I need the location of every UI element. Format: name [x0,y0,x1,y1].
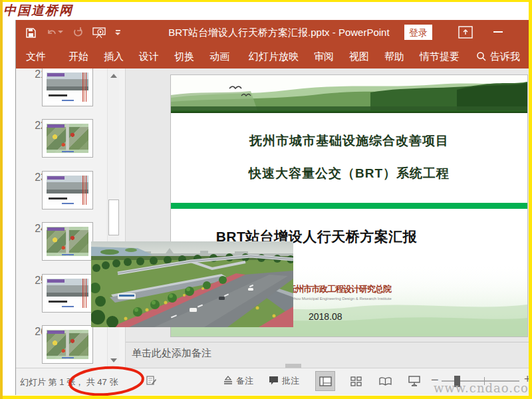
notes-toggle-label: 备注 [236,375,253,387]
tab-home[interactable]: 开始 [68,51,88,63]
slide-counter-total: 共 47 张 [86,377,118,387]
document-title: BRT站台增设人行天桥方案汇报.pptx - PowerPoint [154,27,404,39]
slide-thumbnail-23: 23 [16,171,109,209]
site-watermark-top: 中国道桥网 [3,2,73,19]
slide-project-title-line2[interactable]: 快速大容量公交（BRT）系统工程 [171,165,527,182]
tab-slide-show[interactable]: 幻灯片放映 [249,51,299,63]
thumbnail-image[interactable] [42,119,93,158]
notes-placeholder[interactable]: 单击此处添加备注 [132,347,211,360]
start-slideshow-icon[interactable] [92,27,106,39]
redo-icon[interactable] [72,27,83,38]
page-frame-left [0,0,3,399]
site-watermark-bottom: www.cndao.com [434,381,532,395]
tab-design[interactable]: 设计 [139,51,159,63]
quick-access-toolbar [25,25,120,41]
institute-name-cn: 抚州市市政工程设计研究总院 [287,283,392,295]
tab-review[interactable]: 审阅 [314,51,334,63]
thumbnail-image[interactable] [42,222,93,261]
brt-station-rendering-image[interactable] [91,241,293,327]
tab-animations[interactable]: 动画 [209,51,229,63]
slide-thumbnail-22: 22 [16,119,109,157]
slideshow-view-icon [408,376,420,386]
slide-counter[interactable]: 幻灯片 第 1 张， 共 47 张 [20,376,118,388]
slide-date[interactable]: 2018.08 [309,311,342,322]
notes-toggle-button[interactable]: 备注 [223,375,253,387]
slideshow-view-button[interactable] [404,371,424,391]
page-frame-top [0,0,532,2]
powerpoint-window: BRT站台增设人行天桥方案汇报.pptx - PowerPoint 登录 文件 … [15,20,529,395]
page-frame-bottom [0,396,532,399]
comments-toggle-label: 批注 [282,375,299,387]
scrollbar-thumb[interactable] [108,200,119,235]
slide-sorter-icon [350,376,362,386]
slide-sorter-view-button[interactable] [346,371,366,391]
normal-view-button[interactable] [315,371,335,391]
notes-icon [223,376,233,386]
banner-divider [171,110,527,113]
undo-button[interactable] [46,28,63,38]
login-button[interactable]: 登录 [404,25,432,40]
tab-insert[interactable]: 插入 [104,51,124,63]
ribbon-tab-bar: 文件 开始 插入 设计 切换 动画 幻灯片放映 审阅 视图 帮助 情节提要 告诉… [16,45,529,68]
tab-storyboarding[interactable]: 情节提要 [420,51,460,63]
slide-green-bar [171,203,527,209]
slide-thumbnail-21: 21 [16,68,109,106]
customize-qat-dropdown-icon[interactable] [115,30,120,35]
thumbnail-image[interactable] [42,171,93,209]
slide-banner-mountains [171,75,527,110]
scroll-up-icon[interactable] [108,70,118,82]
reading-view-icon [379,376,392,386]
ribbon-display-options-icon[interactable] [458,26,473,39]
tab-help[interactable]: 帮助 [384,51,404,63]
comments-toggle-button[interactable]: 批注 [269,375,299,387]
tab-file[interactable]: 文件 [26,51,46,63]
undo-dropdown-icon[interactable] [58,31,63,33]
thumbnail-image[interactable] [42,68,93,106]
save-icon[interactable] [25,27,37,39]
normal-view-icon [319,376,332,386]
slide-project-title-line1[interactable]: 抚州市城市基础设施综合改善项目 [171,132,527,150]
institute-signature[interactable]: 抚州市市政工程设计研究总院 Fuzhou Municipal Engineeri… [287,283,392,301]
search-icon [476,51,486,63]
page-frame-right [529,0,532,399]
tab-view[interactable]: 视图 [349,51,369,63]
title-bar: BRT站台增设人行天桥方案汇报.pptx - PowerPoint 登录 [16,20,529,45]
minimize-button[interactable] [493,31,503,33]
slide-counter-prefix: 幻灯片 第 1 张， [20,377,84,387]
reading-view-button[interactable] [375,371,395,391]
scroll-down-icon[interactable] [108,354,118,366]
slide-thumbnail-26: 26 [16,325,109,363]
tab-transitions[interactable]: 切换 [174,51,194,63]
spellcheck-icon[interactable] [146,375,157,388]
institute-name-en: Fuzhou Municipal Engineering Design & Re… [287,297,392,301]
tell-me-search[interactable]: 告诉我 [476,51,520,63]
tell-me-label: 告诉我 [490,51,520,63]
thumbnail-image[interactable] [42,274,93,313]
notes-divider [126,342,529,342]
thumbnail-image[interactable] [42,325,93,364]
comment-icon [269,376,279,387]
